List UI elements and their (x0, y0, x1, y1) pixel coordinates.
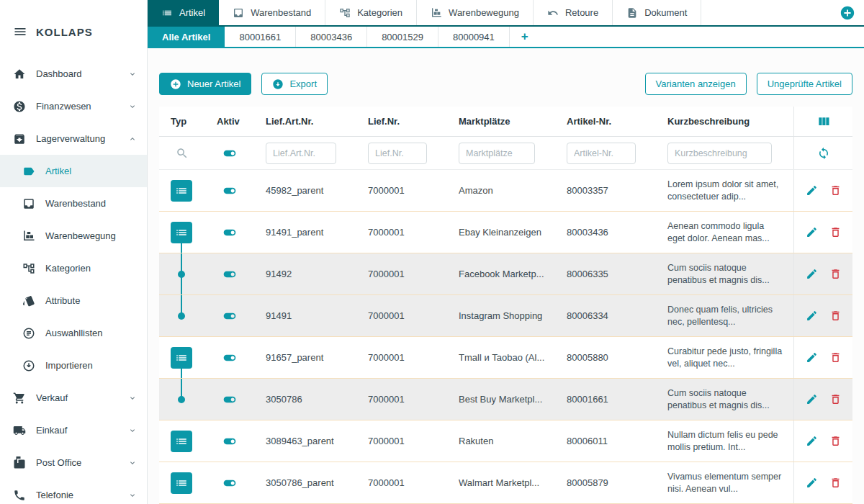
edit-icon[interactable] (806, 226, 818, 238)
subtab-80000941[interactable]: 80000941 (438, 27, 510, 47)
article-type-button[interactable] (171, 222, 192, 243)
sidebar-item-label: Verkauf (36, 392, 68, 403)
export-button[interactable]: Export (261, 73, 328, 95)
sidebar-item-lagerverwaltung[interactable]: Lagerverwaltung (0, 122, 147, 155)
sidebar-item-post-office[interactable]: Post Office (0, 446, 147, 479)
add-tab-icon[interactable] (831, 0, 864, 25)
article-type-button[interactable] (171, 180, 192, 202)
delete-icon[interactable] (829, 268, 842, 280)
sidebar-item-kategorien[interactable]: Kategorien (0, 252, 147, 284)
tab-warenbewegung[interactable]: Warenbewegung (417, 0, 534, 25)
add-article-tab-icon[interactable]: + (510, 27, 540, 47)
delete-icon[interactable] (829, 310, 842, 322)
table-row[interactable]: 91492 7000001 Facebook Marketp... 800063… (159, 253, 852, 295)
article-type-button[interactable] (171, 431, 192, 452)
active-toggle-icon[interactable] (220, 225, 239, 240)
row-type-cell (159, 379, 205, 420)
subtab-80001661[interactable]: 80001661 (225, 27, 296, 47)
delete-icon[interactable] (829, 351, 842, 364)
active-toggle-icon[interactable] (220, 351, 239, 365)
kurzbeschreibung-cell: Cum sociis natoque penatibus et magnis d… (656, 387, 793, 412)
delete-icon[interactable] (829, 184, 842, 197)
marktplatz-cell: Instagram Shopping (447, 310, 555, 321)
lief-art-nr-cell: 45982_parent (254, 185, 356, 196)
sidebar-item-label: Artikel (45, 166, 71, 176)
row-actions (793, 295, 852, 336)
sidebar-item-attribute[interactable]: Attribute (0, 284, 147, 317)
marktplaetze-filter-input[interactable] (459, 143, 535, 164)
active-toggle-icon[interactable] (220, 309, 239, 323)
active-toggle-icon[interactable] (220, 146, 239, 161)
edit-icon[interactable] (806, 184, 818, 197)
sidebar-item-label: Finanzwesen (36, 101, 91, 112)
delete-icon[interactable] (829, 226, 842, 238)
sidebar-item-label: Post Office (36, 457, 81, 468)
lief-nr-cell: 7000001 (356, 310, 447, 321)
subtab-label: 80001661 (239, 32, 281, 42)
delete-icon[interactable] (829, 393, 842, 405)
active-toggle-icon[interactable] (220, 184, 239, 198)
home-icon (13, 68, 26, 81)
sidebar-item-artikel[interactable]: Artikel (0, 155, 147, 187)
edit-icon[interactable] (806, 435, 818, 447)
sidebar-item-finanzwesen[interactable]: Finanzwesen (0, 90, 147, 122)
table-row[interactable]: 3089463_parent 7000001 Rakuten 80006011 … (159, 420, 852, 462)
tab-artikel[interactable]: Artikel (148, 0, 219, 25)
article-type-button[interactable] (171, 472, 192, 494)
active-toggle-icon[interactable] (220, 267, 239, 282)
active-toggle-icon[interactable] (220, 392, 239, 407)
sidebar-item-telefonie[interactable]: Telefonie (0, 479, 147, 504)
sidebar-item-dashboard[interactable]: Dashboard (0, 58, 147, 90)
edit-icon[interactable] (806, 477, 818, 489)
edit-icon[interactable] (806, 268, 818, 280)
new-article-button[interactable]: Neuer Artikel (159, 73, 251, 95)
table-row[interactable]: 91491 7000001 Instagram Shopping 8000633… (159, 295, 852, 337)
table-row[interactable]: 3050786 7000001 Best Buy Marketpl... 800… (159, 379, 852, 420)
chevron-down-icon (128, 491, 137, 500)
tab-dokument[interactable]: Dokument (613, 0, 701, 25)
sidebar-item-auswahllisten[interactable]: Auswahllisten (0, 317, 147, 349)
subtab-80003436[interactable]: 80003436 (296, 27, 367, 47)
sidebar-item-label: Einkauf (36, 425, 67, 436)
tab-kategorien[interactable]: Kategorien (325, 0, 417, 25)
artikel-nr-cell: 80006011 (555, 436, 656, 446)
menu-icon[interactable] (13, 24, 27, 39)
active-cell (205, 184, 254, 198)
unchecked-articles-button[interactable]: Ungeprüfte Artikel (757, 73, 852, 95)
chevron-down-icon (128, 70, 137, 78)
sidebar: KOLLAPS Dashboard Finanzwesen (0, 0, 148, 504)
sidebar-item-importieren[interactable]: Importieren (0, 349, 147, 382)
kurzbeschreibung-cell: Vivamus elementum semper nisi. Aenean vu… (656, 471, 793, 495)
tab-retoure[interactable]: Retoure (534, 0, 613, 25)
artikel-nr-filter-input[interactable] (567, 143, 636, 164)
edit-icon[interactable] (806, 351, 818, 364)
article-type-button[interactable] (171, 347, 192, 369)
table-row[interactable]: 91657_parent 7000001 Tmall и Taobao (Al.… (159, 337, 852, 379)
table-row[interactable]: 3050786_parent 7000001 Walmart Marketpl.… (159, 462, 852, 504)
edit-icon[interactable] (806, 310, 818, 322)
truck-icon (13, 424, 26, 437)
table-row[interactable]: 45982_parent 7000001 Amazon 80003357 Lor… (159, 170, 852, 212)
refresh-icon[interactable] (793, 137, 852, 169)
table-row[interactable]: 91491_parent 7000001 Ebay Kleinanzeigen … (159, 212, 852, 253)
active-toggle-icon[interactable] (220, 434, 239, 449)
tab-warenbestand[interactable]: Warenbestand (219, 0, 325, 25)
active-toggle-icon[interactable] (220, 476, 239, 490)
lief-art-nr-filter-input[interactable] (266, 143, 336, 164)
lief-nr-filter-input[interactable] (368, 143, 427, 164)
sidebar-item-warenbestand[interactable]: Warenbestand (0, 187, 147, 220)
subtab-alle-artikel[interactable]: Alle Artikel (148, 27, 225, 47)
show-variants-button[interactable]: Varianten anzeigen (645, 73, 747, 95)
subtab-80001529[interactable]: 80001529 (367, 27, 438, 47)
sidebar-item-verkauf[interactable]: Verkauf (0, 382, 147, 414)
kurzbeschreibung-filter (656, 143, 793, 164)
edit-icon[interactable] (806, 393, 818, 405)
header-lief-nr: Lief.Nr. (356, 116, 447, 127)
active-cell (205, 225, 254, 240)
kurzbeschreibung-filter-input[interactable] (667, 143, 772, 164)
sidebar-item-einkauf[interactable]: Einkauf (0, 414, 147, 446)
delete-icon[interactable] (829, 435, 842, 447)
sidebar-item-warenbewegung[interactable]: Warenbewegung (0, 220, 147, 252)
delete-icon[interactable] (829, 477, 842, 489)
column-settings-icon[interactable] (793, 107, 852, 136)
